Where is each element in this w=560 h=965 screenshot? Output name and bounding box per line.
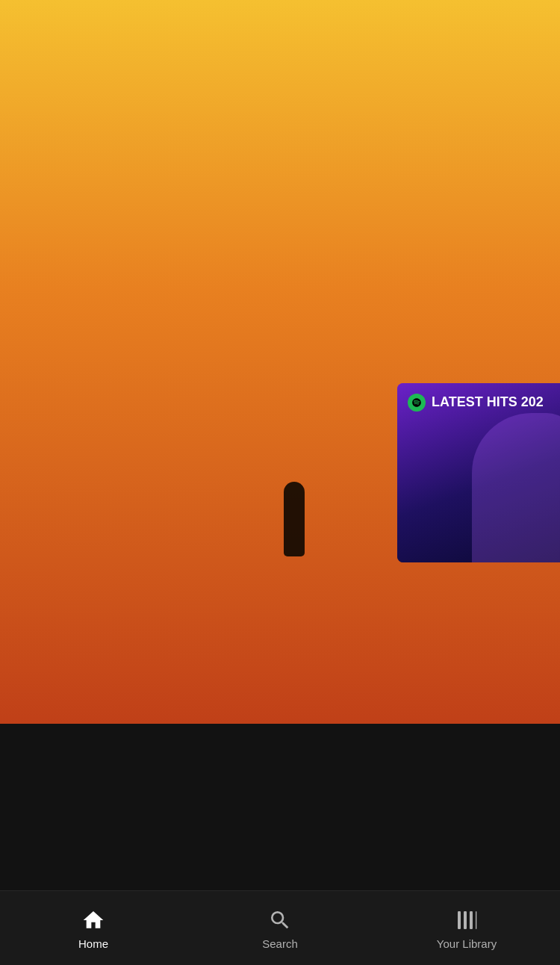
recent-item-heart[interactable]: HEART WENT COLD	[205, 383, 384, 588]
nav-item-home[interactable]: Home	[1, 907, 186, 950]
library-icon	[453, 907, 480, 934]
search-icon	[267, 907, 293, 934]
recent-art-heart	[205, 383, 384, 562]
nav-item-library[interactable]: Your Library	[374, 907, 559, 950]
nav-label-search: Search	[262, 937, 298, 950]
recent-art-latesthits2: LATEST HITS 202	[397, 383, 560, 562]
svg-rect-3	[476, 911, 476, 929]
nav-label-home: Home	[78, 937, 108, 950]
svg-rect-1	[464, 911, 467, 929]
nav-label-library: Your Library	[437, 937, 497, 950]
svg-rect-0	[458, 911, 461, 929]
recent-item-latesthits2[interactable]: LATEST HITS 202 Latest Hits 2021 - Pop, …	[397, 383, 560, 588]
svg-rect-2	[470, 911, 473, 929]
recently-played-list: ACOUSTICCHARTSONGS Playlist Acoustic Cha…	[0, 383, 560, 588]
bottom-navigation: Home Search Your Library	[0, 890, 560, 965]
home-icon	[80, 907, 107, 934]
nav-item-search[interactable]: Search	[187, 907, 373, 950]
